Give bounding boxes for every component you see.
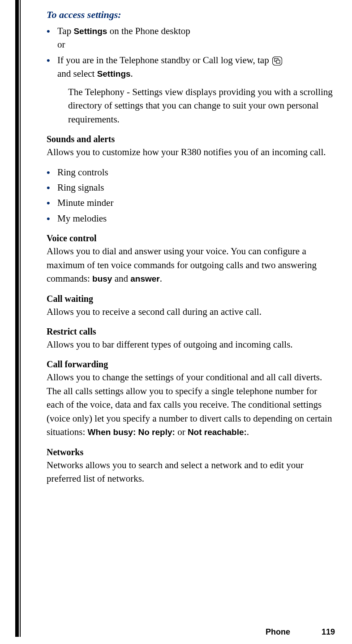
footer-page-number: 119	[322, 627, 335, 636]
text: .	[131, 68, 133, 79]
section-title-restrict: Restrict calls	[47, 326, 335, 337]
when-busy-label: When busy:	[88, 427, 136, 437]
list-item: Tap Settings on the Phone desktop or	[47, 24, 335, 52]
access-steps-list: Tap Settings on the Phone desktop or If …	[47, 24, 335, 81]
sounds-sublist: Ring controls Ring signals Minute minder…	[47, 165, 335, 226]
section-body: Networks allows you to search and select…	[47, 458, 335, 486]
settings-label: Settings	[73, 26, 107, 36]
text: and	[112, 273, 130, 284]
windows-icon	[272, 57, 282, 65]
list-item: Ring signals	[47, 181, 335, 194]
busy-label: busy	[92, 274, 112, 283]
section-title-sounds: Sounds and alerts	[47, 134, 335, 144]
settings-label: Settings	[97, 69, 131, 78]
text: and select	[57, 68, 97, 79]
section-body: Allows you to bar different types of out…	[47, 338, 335, 351]
answer-label: answer	[130, 274, 159, 283]
text: .	[160, 273, 162, 284]
indent-paragraph: The Telephony - Settings view displays p…	[68, 85, 335, 126]
page-footer: Phone119	[266, 627, 335, 637]
list-item: Ring controls	[47, 165, 335, 179]
not-reachable-label: Not reachable:	[188, 427, 247, 437]
list-item: My melodies	[47, 212, 335, 225]
section-body: Allows you to customize how your R380 no…	[47, 145, 335, 159]
section-title-networks: Networks	[47, 447, 335, 457]
intro-heading: To access settings:	[47, 9, 335, 21]
section-title-waiting: Call waiting	[47, 294, 335, 304]
section-title-voice: Voice control	[47, 233, 335, 244]
text: .	[247, 426, 249, 437]
list-item: Minute minder	[47, 196, 335, 209]
footer-section-label: Phone	[266, 627, 290, 636]
svg-rect-2	[276, 60, 280, 63]
section-body: Allows you to receive a second call duri…	[47, 305, 335, 318]
section-body: Allows you to change the settings of you…	[47, 370, 335, 439]
section-title-forwarding: Call forwarding	[47, 359, 335, 370]
text: on the Phone desktop	[107, 26, 190, 36]
text-or: or	[57, 39, 65, 50]
document-page: To access settings: Tap Settings on the …	[20, 0, 352, 637]
no-reply-label: No reply:	[138, 427, 175, 437]
text: Allows you to dial and answer using your…	[47, 246, 317, 284]
list-item: If you are in the Telephone standby or C…	[47, 53, 335, 81]
text: If you are in the Telephone standby or C…	[57, 55, 271, 65]
text: Tap	[57, 26, 73, 36]
section-body: Allows you to dial and answer using your…	[47, 244, 335, 285]
text: or	[175, 426, 188, 437]
